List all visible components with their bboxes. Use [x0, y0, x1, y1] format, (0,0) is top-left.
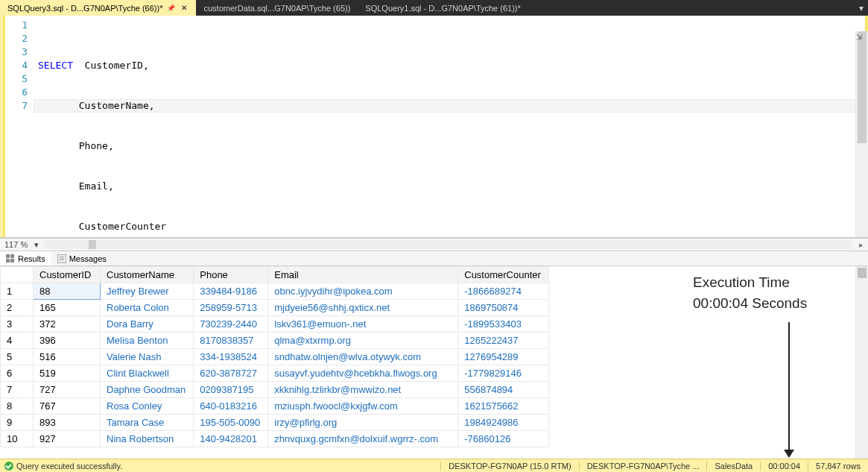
cell[interactable]: Valerie Nash [101, 349, 194, 365]
cell[interactable]: sndhatw.olnjen@wlva.otywyk.com [268, 349, 458, 365]
rownum-cell: 4 [1, 333, 34, 349]
cell[interactable]: 258959-5713 [194, 300, 268, 316]
table-row[interactable]: 6519Clint Blackwell620-3878727susayvf.yu… [1, 365, 549, 382]
tab-results[interactable]: Results [0, 251, 51, 265]
cell[interactable]: Clint Blackwell [101, 365, 194, 382]
cell[interactable]: Nina Robertson [101, 431, 194, 447]
cell[interactable]: -1899533403 [458, 316, 549, 333]
tab-label: SQLQuery3.sql - D...G7N0AP\Tyche (66))* [7, 4, 162, 13]
cell[interactable]: 88 [34, 283, 101, 300]
cell[interactable]: 1621575662 [458, 398, 549, 415]
col-header-customercounter[interactable]: CustomerCounter [458, 267, 549, 283]
table-row[interactable]: 5516Valerie Nash334-1938524sndhatw.olnje… [1, 349, 549, 365]
cell[interactable]: 730239-2440 [194, 316, 268, 333]
cell[interactable]: -1866689274 [458, 283, 549, 300]
cell[interactable]: 640-0183216 [194, 398, 268, 415]
cell[interactable]: 334-1938524 [194, 349, 268, 365]
rownum-cell: 6 [1, 365, 34, 382]
cell[interactable]: 140-9428201 [194, 431, 268, 447]
cell[interactable]: -1779829146 [458, 365, 549, 382]
rownum-cell: 8 [1, 398, 34, 415]
cell[interactable]: susayvf.yudehtv@hcebkha.flwogs.org [268, 365, 458, 382]
annotation-value: 00:00:04 Seconds [693, 293, 842, 314]
table-row[interactable]: 3372Dora Barry730239-2440lskv361@emuon-.… [1, 316, 549, 333]
cell[interactable]: Rosa Conley [101, 398, 194, 415]
cell[interactable]: -76860126 [458, 431, 549, 447]
cell[interactable]: 620-3878727 [194, 365, 268, 382]
col-header-customername[interactable]: CustomerName [101, 267, 194, 283]
cell[interactable]: 516 [34, 349, 101, 365]
cell[interactable]: Roberta Colon [101, 300, 194, 316]
cell[interactable]: 1276954289 [458, 349, 549, 365]
cell[interactable]: irzy@pfirlg.org [268, 415, 458, 431]
scrollbar-thumb[interactable] [858, 31, 867, 143]
zoom-dropdown[interactable]: ▾ [32, 240, 41, 250]
cell[interactable]: qlma@xtxrmp.org [268, 333, 458, 349]
table-row[interactable]: 2165Roberta Colon258959-5713mjdyeie56@sh… [1, 300, 549, 316]
cell[interactable]: zhnvquxg.gcmfxn@dolxuif.wgrrz-.com [268, 431, 458, 447]
cell[interactable]: 339484-9186 [194, 283, 268, 300]
table-row[interactable]: 8767Rosa Conley640-0183216mziusph.fwoocl… [1, 398, 549, 415]
editor-tabbar: SQLQuery3.sql - D...G7N0AP\Tyche (66))* … [0, 0, 868, 16]
cell[interactable]: Daphne Goodman [101, 382, 194, 398]
tab-customerdata[interactable]: customerData.sql...G7N0AP\Tyche (65)) [196, 0, 358, 16]
cell[interactable]: Jeffrey Brewer [101, 283, 194, 300]
cell[interactable]: 396 [34, 333, 101, 349]
col-header-customerid[interactable]: CustomerID [34, 267, 101, 283]
scrollbar-thumb[interactable] [858, 268, 867, 278]
cell[interactable]: 519 [34, 365, 101, 382]
tab-label: SQLQuery1.sql - D...G7N0AP\Tyche (61))* [365, 4, 520, 13]
col-header-phone[interactable]: Phone [194, 267, 268, 283]
grid-icon [6, 254, 15, 263]
cell[interactable]: 893 [34, 415, 101, 431]
cell[interactable]: mjdyeie56@shhj.qxticx.net [268, 300, 458, 316]
code-editor[interactable]: 1 2 3 4 5 6 7 SELECT CustomerID, Custome… [0, 16, 868, 238]
cell[interactable]: 165 [34, 300, 101, 316]
cell[interactable]: 372 [34, 316, 101, 333]
status-bar: Query executed successfully. DESKTOP-FG7… [0, 459, 868, 472]
cell[interactable]: 1869750874 [458, 300, 549, 316]
tab-sqlquery1[interactable]: SQLQuery1.sql - D...G7N0AP\Tyche (61))* [358, 0, 528, 16]
cell[interactable]: 8170838357 [194, 333, 268, 349]
tab-sqlquery3[interactable]: SQLQuery3.sql - D...G7N0AP\Tyche (66))* … [0, 0, 196, 16]
cell[interactable]: 927 [34, 431, 101, 447]
code-area[interactable]: SELECT CustomerID, CustomerName, Phone, … [34, 16, 865, 237]
cell[interactable]: lskv361@emuon-.net [268, 316, 458, 333]
cell[interactable]: 767 [34, 398, 101, 415]
cell[interactable]: 1984924986 [458, 415, 549, 431]
horizontal-scrollbar[interactable] [44, 240, 852, 249]
cell[interactable]: 195-505-0090 [194, 415, 268, 431]
grid-vertical-scrollbar[interactable] [855, 266, 868, 459]
cell[interactable]: 727 [34, 382, 101, 398]
scrollbar-thumb[interactable] [89, 240, 96, 249]
cell[interactable]: xkknihlg.tzlirkbr@mwwizo.net [268, 382, 458, 398]
split-icon[interactable]: ⇲ [856, 33, 867, 43]
cell[interactable]: Dora Barry [101, 316, 194, 333]
status-row-count: 57,847 rows [808, 462, 868, 471]
col-header-email[interactable]: Email [268, 267, 458, 283]
cell[interactable]: 556874894 [458, 382, 549, 398]
rownum-cell: 9 [1, 415, 34, 431]
table-row[interactable]: 4396Melisa Benton8170838357qlma@xtxrmp.o… [1, 333, 549, 349]
cell[interactable]: 0209387195 [194, 382, 268, 398]
cell[interactable]: 1265222437 [458, 333, 549, 349]
status-user: DESKTOP-FG7N0AP\Tyche ... [579, 462, 707, 471]
rownum-header [1, 267, 34, 283]
cell[interactable]: Tamara Case [101, 415, 194, 431]
editor-vertical-scrollbar[interactable] [855, 31, 868, 237]
cell[interactable]: mziusph.fwoocl@kxjgfw.com [268, 398, 458, 415]
table-row[interactable]: 10927Nina Robertson140-9428201zhnvquxg.g… [1, 431, 549, 447]
close-icon[interactable]: ✕ [180, 4, 189, 13]
zoom-bar: 117 % ▾ ▸ [0, 238, 868, 251]
table-row[interactable]: 188Jeffrey Brewer339484-9186obnc.iyjvydi… [1, 283, 549, 300]
tab-label: Results [18, 254, 45, 263]
scroll-right-icon[interactable]: ▸ [855, 240, 868, 250]
cell[interactable]: obnc.iyjvydihr@ipokea.com [268, 283, 458, 300]
table-row[interactable]: 7727Daphne Goodman0209387195xkknihlg.tzl… [1, 382, 549, 398]
table-row[interactable]: 9893Tamara Case195-505-0090irzy@pfirlg.o… [1, 415, 549, 431]
status-elapsed-time: 00:00:04 [760, 462, 808, 471]
cell[interactable]: Melisa Benton [101, 333, 194, 349]
tab-overflow-button[interactable]: ▾ [855, 0, 868, 16]
status-message: Query executed successfully. [16, 462, 122, 471]
tab-messages[interactable]: Messages [51, 251, 113, 265]
